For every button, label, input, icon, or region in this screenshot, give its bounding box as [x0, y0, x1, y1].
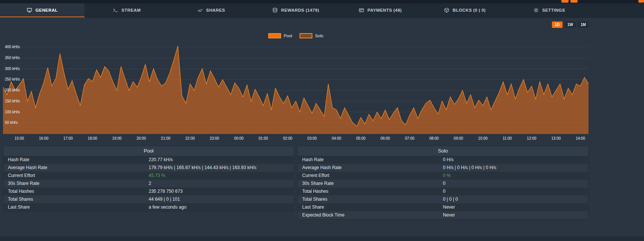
table-row: Hash Rate0 H/s	[298, 156, 588, 164]
legend-item-solo[interactable]: Solo	[300, 33, 323, 38]
svg-text:17:00: 17:00	[63, 136, 73, 140]
stat-value: 220.77 kH/s	[149, 156, 294, 164]
stat-value: 0 %	[443, 172, 588, 180]
stat-value: a few seconds ago	[149, 203, 294, 211]
pool-table-title: Pool	[3, 146, 294, 156]
range-buttons: 1D1W1M	[552, 21, 589, 28]
svg-text:08:00: 08:00	[429, 136, 439, 140]
stat-label: Average Hash Rate	[3, 164, 149, 172]
content-column: 1D1W1M PoolSolo 50 kH/s100 kH/s150 kH/s2…	[0, 18, 592, 220]
svg-text:200 kH/s: 200 kH/s	[5, 88, 20, 92]
tab-stream[interactable]: STREAM	[85, 3, 169, 17]
svg-text:11:00: 11:00	[503, 136, 512, 140]
tab-payments[interactable]: PAYMENTS (48)	[338, 3, 423, 17]
stat-label: Total Shares	[3, 195, 149, 203]
svg-text:05:00: 05:00	[356, 136, 366, 140]
nav-tabs: GENERALSTREAMSHARESREWARDS (1479)PAYMENT…	[0, 3, 592, 17]
svg-text:400 kH/s: 400 kH/s	[5, 45, 20, 49]
pool-table-rows: Hash Rate220.77 kH/sAverage Hash Rate179…	[3, 156, 294, 211]
stat-value: 0	[443, 188, 588, 195]
svg-text:50 kH/s: 50 kH/s	[5, 120, 18, 125]
stat-value: 179.79 kH/s | 165.67 kH/s | 144.43 kH/s …	[149, 164, 294, 172]
top-strip	[0, 0, 644, 3]
stat-value: 0 | 0 | 0	[443, 195, 588, 203]
stat-label: Total Hashes	[3, 188, 149, 195]
tab-settings[interactable]: SETTINGS	[507, 3, 592, 17]
tab-label: BLOCKS (0 | 0)	[453, 8, 486, 12]
window-accent	[570, 0, 578, 3]
stat-value: 45.73 %	[149, 172, 294, 180]
stat-label: Average Hash Rate	[298, 164, 443, 172]
svg-text:23:00: 23:00	[210, 136, 219, 140]
stat-value: Never	[443, 203, 588, 211]
svg-text:04:00: 04:00	[332, 136, 341, 140]
gear-icon	[533, 8, 539, 13]
solo-table-title: Solo	[298, 146, 588, 156]
tab-label: STREAM	[121, 8, 141, 12]
pool-stats-table: Pool Hash Rate220.77 kH/sAverage Hash Ra…	[3, 146, 294, 212]
stats-tables: Pool Hash Rate220.77 kH/sAverage Hash Ra…	[3, 146, 589, 220]
legend-label: Solo	[315, 34, 323, 38]
tab-label: SETTINGS	[542, 8, 565, 12]
range-toolbar: 1D1W1M	[0, 18, 592, 31]
legend-swatch	[268, 33, 281, 38]
stat-label: Last Share	[298, 203, 443, 211]
range-1m-button[interactable]: 1M	[578, 21, 589, 28]
table-row: Last ShareNever	[298, 203, 588, 211]
svg-text:350 kH/s: 350 kH/s	[5, 56, 20, 60]
stat-value: 0 H/s | 0 H/s | 0 H/s | 0 H/s	[443, 164, 588, 172]
legend-item-pool[interactable]: Pool	[268, 33, 292, 38]
table-row: Hash Rate220.77 kH/s	[3, 156, 294, 164]
table-row: Expected Block TimeNever	[298, 211, 588, 219]
stat-value: 44 649 | 0 | 101	[149, 195, 294, 203]
terminal-icon	[113, 8, 118, 13]
svg-text:15:00: 15:00	[15, 136, 24, 140]
stat-value: 235 278 750 673	[149, 188, 294, 195]
table-row: Total Hashes235 278 750 673	[3, 188, 294, 195]
svg-text:09:00: 09:00	[454, 136, 463, 140]
stat-label: Expected Block Time	[298, 211, 443, 219]
card-icon	[359, 8, 364, 13]
table-row: 30s Share Rate0	[298, 180, 588, 188]
svg-text:300 kH/s: 300 kH/s	[5, 67, 20, 71]
svg-text:22:00: 22:00	[185, 136, 195, 140]
tab-rewards[interactable]: REWARDS (1479)	[254, 3, 338, 17]
table-row: Total Hashes0	[298, 188, 588, 195]
svg-text:100 kH/s: 100 kH/s	[5, 110, 20, 114]
tab-shares[interactable]: SHARES	[169, 3, 254, 17]
svg-text:19:00: 19:00	[112, 136, 121, 140]
svg-text:20:00: 20:00	[137, 136, 146, 140]
solo-table-rows: Hash Rate0 H/sAverage Hash Rate0 H/s | 0…	[298, 156, 588, 219]
stat-label: 30s Share Rate	[298, 180, 443, 188]
svg-text:03:00: 03:00	[307, 136, 317, 140]
stat-value: 0 H/s	[443, 156, 588, 164]
table-row: Average Hash Rate0 H/s | 0 H/s | 0 H/s |…	[298, 164, 588, 172]
tab-general[interactable]: GENERAL	[0, 3, 85, 17]
footer-strip	[0, 236, 644, 241]
svg-text:00:00: 00:00	[234, 136, 244, 140]
stat-label: 30s Share Rate	[3, 180, 149, 188]
stat-label: Total Shares	[298, 195, 443, 203]
coins-icon	[272, 8, 278, 13]
tab-label: SHARES	[206, 8, 225, 12]
table-row: Current Effort0 %	[298, 172, 588, 180]
table-row: Average Hash Rate179.79 kH/s | 165.67 kH…	[3, 164, 294, 172]
legend-swatch	[300, 33, 312, 38]
svg-text:14:00: 14:00	[576, 136, 585, 140]
stat-label: Hash Rate	[298, 156, 443, 164]
stat-value: Never	[443, 211, 588, 219]
stat-label: Current Effort	[298, 172, 443, 180]
window-accent	[638, 0, 644, 3]
stat-value: 2	[149, 180, 294, 188]
window-accent	[561, 0, 569, 3]
stat-label: Total Hashes	[298, 188, 443, 195]
solo-stats-table: Solo Hash Rate0 H/sAverage Hash Rate0 H/…	[297, 146, 589, 220]
tab-label: PAYMENTS (48)	[367, 8, 402, 12]
svg-text:16:00: 16:00	[39, 136, 48, 140]
stat-value: 0	[443, 180, 588, 188]
range-1d-button[interactable]: 1D	[552, 21, 563, 28]
tab-blocks[interactable]: BLOCKS (0 | 0)	[423, 3, 507, 17]
nav-bar: GENERALSTREAMSHARESREWARDS (1479)PAYMENT…	[0, 3, 644, 18]
range-1w-button[interactable]: 1W	[565, 21, 576, 28]
double-check-icon	[197, 8, 203, 13]
